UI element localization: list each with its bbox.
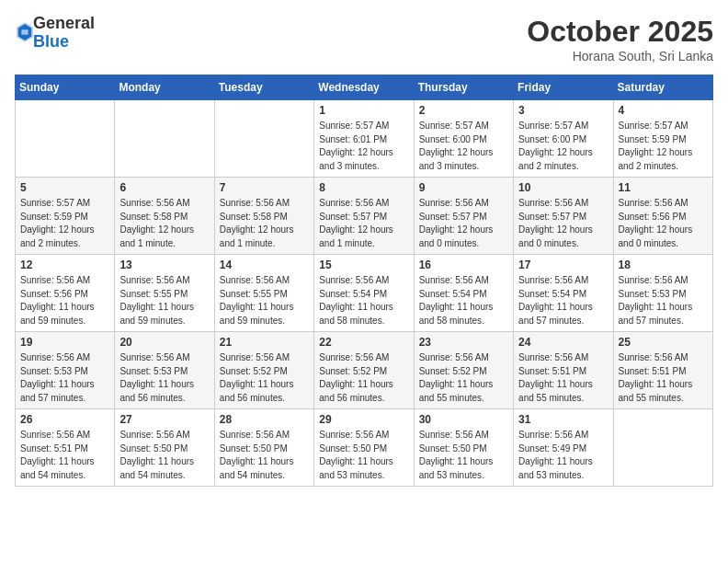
day-cell: 9Sunrise: 5:56 AMSunset: 5:57 PMDaylight… xyxy=(414,178,513,255)
day-number: 30 xyxy=(419,413,508,426)
day-cell: 23Sunrise: 5:56 AMSunset: 5:52 PMDayligh… xyxy=(414,332,513,409)
day-number: 2 xyxy=(419,104,508,117)
day-number: 9 xyxy=(419,181,508,194)
day-number: 10 xyxy=(518,181,608,194)
month-title: October 2025 xyxy=(527,15,713,49)
week-row-3: 12Sunrise: 5:56 AMSunset: 5:56 PMDayligh… xyxy=(16,255,713,332)
day-cell: 21Sunrise: 5:56 AMSunset: 5:52 PMDayligh… xyxy=(214,332,313,409)
day-number: 31 xyxy=(518,413,608,426)
day-number: 14 xyxy=(220,259,309,271)
day-info: Sunrise: 5:56 AMSunset: 5:50 PMDaylight:… xyxy=(419,429,508,482)
day-info: Sunrise: 5:57 AMSunset: 5:59 PMDaylight:… xyxy=(619,120,708,173)
day-info: Sunrise: 5:56 AMSunset: 5:58 PMDaylight:… xyxy=(119,197,209,250)
day-cell: 29Sunrise: 5:56 AMSunset: 5:50 PMDayligh… xyxy=(314,409,414,487)
day-info: Sunrise: 5:56 AMSunset: 5:50 PMDaylight:… xyxy=(220,429,309,482)
day-cell xyxy=(613,409,712,487)
day-number: 26 xyxy=(20,413,109,426)
day-info: Sunrise: 5:56 AMSunset: 5:51 PMDaylight:… xyxy=(619,351,708,405)
day-cell: 16Sunrise: 5:56 AMSunset: 5:54 PMDayligh… xyxy=(414,255,513,332)
day-info: Sunrise: 5:57 AMSunset: 6:01 PMDaylight:… xyxy=(319,120,408,173)
weekday-header-row: SundayMondayTuesdayWednesdayThursdayFrid… xyxy=(16,75,713,100)
day-number: 7 xyxy=(220,181,309,194)
day-info: Sunrise: 5:56 AMSunset: 5:57 PMDaylight:… xyxy=(319,197,408,250)
logo-icon xyxy=(17,22,33,42)
day-cell: 30Sunrise: 5:56 AMSunset: 5:50 PMDayligh… xyxy=(414,409,513,487)
day-info: Sunrise: 5:56 AMSunset: 5:52 PMDaylight:… xyxy=(319,351,408,405)
day-cell: 18Sunrise: 5:56 AMSunset: 5:53 PMDayligh… xyxy=(613,255,712,332)
day-cell: 26Sunrise: 5:56 AMSunset: 5:51 PMDayligh… xyxy=(16,409,115,487)
day-number: 5 xyxy=(20,181,109,194)
day-cell: 3Sunrise: 5:57 AMSunset: 6:00 PMDaylight… xyxy=(514,100,613,178)
day-number: 27 xyxy=(119,413,209,426)
day-number: 19 xyxy=(20,336,109,349)
day-info: Sunrise: 5:56 AMSunset: 5:50 PMDaylight:… xyxy=(319,429,408,482)
day-cell: 28Sunrise: 5:56 AMSunset: 5:50 PMDayligh… xyxy=(214,409,313,487)
weekday-header-sunday: Sunday xyxy=(16,75,115,100)
day-cell: 10Sunrise: 5:56 AMSunset: 5:57 PMDayligh… xyxy=(514,178,613,255)
day-number: 1 xyxy=(319,104,408,117)
day-info: Sunrise: 5:56 AMSunset: 5:53 PMDaylight:… xyxy=(119,351,209,405)
day-cell: 11Sunrise: 5:56 AMSunset: 5:56 PMDayligh… xyxy=(613,178,712,255)
day-info: Sunrise: 5:56 AMSunset: 5:58 PMDaylight:… xyxy=(220,197,309,250)
page-header: General Blue October 2025 Horana South, … xyxy=(15,15,713,63)
day-number: 18 xyxy=(619,259,708,271)
day-cell: 22Sunrise: 5:56 AMSunset: 5:52 PMDayligh… xyxy=(314,332,414,409)
logo-blue: Blue xyxy=(33,33,95,52)
day-info: Sunrise: 5:57 AMSunset: 6:00 PMDaylight:… xyxy=(518,120,608,173)
logo-text: General Blue xyxy=(33,15,95,52)
week-row-2: 5Sunrise: 5:57 AMSunset: 5:59 PMDaylight… xyxy=(16,178,713,255)
day-cell: 27Sunrise: 5:56 AMSunset: 5:50 PMDayligh… xyxy=(115,409,214,487)
day-info: Sunrise: 5:57 AMSunset: 6:00 PMDaylight:… xyxy=(419,120,508,173)
day-info: Sunrise: 5:56 AMSunset: 5:56 PMDaylight:… xyxy=(619,197,708,250)
weekday-header-friday: Friday xyxy=(514,75,613,100)
day-number: 8 xyxy=(319,181,408,194)
day-info: Sunrise: 5:56 AMSunset: 5:55 PMDaylight:… xyxy=(119,274,209,327)
day-number: 29 xyxy=(319,413,408,426)
day-number: 22 xyxy=(319,336,408,349)
day-cell xyxy=(214,100,313,178)
day-number: 28 xyxy=(220,413,309,426)
logo-general: General xyxy=(33,15,95,33)
day-cell: 7Sunrise: 5:56 AMSunset: 5:58 PMDaylight… xyxy=(214,178,313,255)
day-cell: 31Sunrise: 5:56 AMSunset: 5:49 PMDayligh… xyxy=(514,409,613,487)
day-cell: 15Sunrise: 5:56 AMSunset: 5:54 PMDayligh… xyxy=(314,255,414,332)
title-block: October 2025 Horana South, Sri Lanka xyxy=(527,15,713,63)
day-cell xyxy=(16,100,115,178)
day-number: 12 xyxy=(20,259,109,271)
day-cell: 12Sunrise: 5:56 AMSunset: 5:56 PMDayligh… xyxy=(16,255,115,332)
day-cell: 6Sunrise: 5:56 AMSunset: 5:58 PMDaylight… xyxy=(115,178,214,255)
day-info: Sunrise: 5:56 AMSunset: 5:55 PMDaylight:… xyxy=(220,274,309,327)
day-info: Sunrise: 5:56 AMSunset: 5:57 PMDaylight:… xyxy=(518,197,608,250)
week-row-1: 1Sunrise: 5:57 AMSunset: 6:01 PMDaylight… xyxy=(16,100,713,178)
week-row-5: 26Sunrise: 5:56 AMSunset: 5:51 PMDayligh… xyxy=(16,409,713,487)
day-info: Sunrise: 5:56 AMSunset: 5:51 PMDaylight:… xyxy=(518,351,608,405)
day-info: Sunrise: 5:56 AMSunset: 5:54 PMDaylight:… xyxy=(319,274,408,327)
day-info: Sunrise: 5:56 AMSunset: 5:51 PMDaylight:… xyxy=(20,429,109,482)
day-number: 4 xyxy=(619,104,708,117)
day-info: Sunrise: 5:56 AMSunset: 5:49 PMDaylight:… xyxy=(518,429,608,482)
day-info: Sunrise: 5:56 AMSunset: 5:54 PMDaylight:… xyxy=(419,274,508,327)
day-cell: 8Sunrise: 5:56 AMSunset: 5:57 PMDaylight… xyxy=(314,178,414,255)
day-cell: 24Sunrise: 5:56 AMSunset: 5:51 PMDayligh… xyxy=(514,332,613,409)
day-info: Sunrise: 5:56 AMSunset: 5:52 PMDaylight:… xyxy=(220,351,309,405)
day-info: Sunrise: 5:56 AMSunset: 5:53 PMDaylight:… xyxy=(20,351,109,405)
day-info: Sunrise: 5:56 AMSunset: 5:52 PMDaylight:… xyxy=(419,351,508,405)
day-cell: 4Sunrise: 5:57 AMSunset: 5:59 PMDaylight… xyxy=(613,100,712,178)
day-info: Sunrise: 5:56 AMSunset: 5:53 PMDaylight:… xyxy=(619,274,708,327)
logo: General Blue xyxy=(15,15,95,52)
day-number: 21 xyxy=(220,336,309,349)
day-number: 23 xyxy=(419,336,508,349)
weekday-header-saturday: Saturday xyxy=(613,75,712,100)
day-cell: 2Sunrise: 5:57 AMSunset: 6:00 PMDaylight… xyxy=(414,100,513,178)
day-cell: 5Sunrise: 5:57 AMSunset: 5:59 PMDaylight… xyxy=(16,178,115,255)
day-info: Sunrise: 5:56 AMSunset: 5:50 PMDaylight:… xyxy=(119,429,209,482)
day-number: 24 xyxy=(518,336,608,349)
day-number: 16 xyxy=(419,259,508,271)
day-cell: 1Sunrise: 5:57 AMSunset: 6:01 PMDaylight… xyxy=(314,100,414,178)
day-number: 20 xyxy=(119,336,209,349)
day-number: 17 xyxy=(518,259,608,271)
day-cell: 19Sunrise: 5:56 AMSunset: 5:53 PMDayligh… xyxy=(16,332,115,409)
day-cell: 14Sunrise: 5:56 AMSunset: 5:55 PMDayligh… xyxy=(214,255,313,332)
day-cell: 20Sunrise: 5:56 AMSunset: 5:53 PMDayligh… xyxy=(115,332,214,409)
day-info: Sunrise: 5:56 AMSunset: 5:57 PMDaylight:… xyxy=(419,197,508,250)
